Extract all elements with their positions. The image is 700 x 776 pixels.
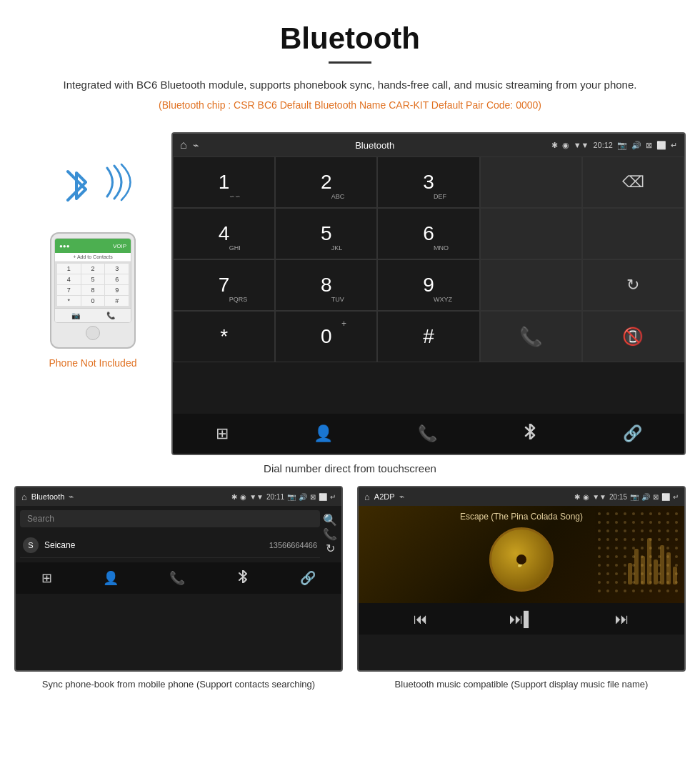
pb-grid-icon[interactable]: ⊞ (41, 570, 52, 586)
bluetooth-large-icon (61, 164, 93, 210)
music-item: ⌂ A2DP ⌁ ✱ ◉ ▼▼ 20:15 📷 🔊 ⊠ ⬜ ↵ (357, 486, 686, 697)
phone-key-2: 2 (81, 264, 105, 274)
status-bar-center-label: Bluetooth (355, 140, 394, 151)
dial-key-1[interactable]: 1 ∽∽ (173, 156, 275, 208)
music-center-area: ♪ (489, 527, 554, 597)
dial-bt-icon[interactable] (522, 424, 538, 444)
phonebook-status-left: ⌂ Bluetooth ⌁ (21, 492, 74, 502)
vinyl-center (516, 554, 526, 564)
signal-waves-icon (100, 157, 136, 207)
phone-device-mockup: ●●● VOIP + Add to Contacts 1 2 3 4 5 6 7… (50, 232, 136, 349)
dial-link-icon[interactable]: 🔗 (623, 424, 642, 443)
contact-number: 13566664466 (269, 541, 317, 549)
phone-key-hash: # (105, 296, 129, 306)
music-app-title: A2DP (374, 492, 395, 501)
music-playpause-icon[interactable]: ⏭▌ (509, 611, 534, 627)
dial-cell-empty-2 (480, 208, 582, 259)
music-loc-icon: ◉ (583, 493, 589, 501)
dial-key-hash[interactable]: # (377, 311, 479, 362)
phone-key-5: 5 (81, 274, 105, 284)
phone-key-6: 6 (105, 274, 129, 284)
camera-status-icon: 📷 (617, 141, 627, 150)
car-screen-main: ⌂ ⌁ Bluetooth ✱ ◉ ▼▼ 20:12 📷 🔊 ⊠ ⬜ ↵ 1 ∽… (171, 132, 686, 455)
search-placeholder: Search (27, 514, 54, 524)
phonebook-status-bar: ⌂ Bluetooth ⌁ ✱ ◉ ▼▼ 20:11 📷 🔊 ⊠ ⬜ ↵ (16, 487, 341, 506)
header-section: Bluetooth Integrated with BC6 Bluetooth … (0, 0, 700, 125)
phonebook-body: Search S Seicane 13566664466 🔍 📞 ↻ (16, 506, 341, 562)
dial-key-4-sub: GHI (229, 244, 241, 252)
dial-key-6[interactable]: 6 MNO (377, 208, 479, 259)
pb-search-side-icon[interactable]: 🔍 (323, 513, 337, 527)
bottom-row: ⌂ Bluetooth ⌁ ✱ ◉ ▼▼ 20:11 📷 🔊 ⊠ ⬜ ↵ (0, 486, 700, 712)
pb-user-icon[interactable]: 👤 (103, 570, 119, 586)
orange-info-text: (Bluetooth chip : CSR BC6 Default Blueto… (43, 99, 657, 111)
phone-keypad: 1 2 3 4 5 6 7 8 9 * 0 # (55, 262, 131, 308)
pb-phone-icon[interactable]: 📞 (169, 570, 185, 586)
pb-link-icon[interactable]: 🔗 (300, 570, 316, 586)
bt-status-icon: ✱ (551, 141, 558, 150)
phone-not-included-label: Phone Not Included (49, 357, 137, 369)
music-status-bar: ⌂ A2DP ⌁ ✱ ◉ ▼▼ 20:15 📷 🔊 ⊠ ⬜ ↵ (359, 487, 684, 506)
eq-bar-3 (641, 556, 645, 585)
pb-refresh-side-icon[interactable]: ↻ (326, 542, 335, 555)
music-controls: ⏮ ⏭▌ ⏭ (359, 603, 684, 635)
phone-screen: ●●● VOIP + Add to Contacts 1 2 3 4 5 6 7… (54, 238, 131, 323)
phone-call-icon: 📞 (106, 312, 115, 319)
dial-key-5[interactable]: 5 JKL (275, 208, 377, 259)
phone-key-3: 3 (105, 264, 129, 274)
music-prev-icon[interactable]: ⏮ (414, 611, 428, 627)
caption-phonebook-text: Sync phone-book from mobile phone (Suppo… (42, 679, 315, 690)
refresh-icon: ↻ (626, 276, 639, 294)
page-title: Bluetooth (43, 21, 657, 56)
pb-home-icon[interactable]: ⌂ (21, 492, 27, 502)
phone-bottom-icons: 📷 📞 (55, 308, 131, 322)
phone-topbar-label: VOIP (113, 243, 126, 249)
dial-key-2[interactable]: 2 ABC (275, 156, 377, 208)
music-screen: ⌂ A2DP ⌁ ✱ ◉ ▼▼ 20:15 📷 🔊 ⊠ ⬜ ↵ (357, 486, 686, 672)
music-body: Escape (The Pina Colada Song) ♪ (359, 506, 684, 603)
dial-key-9[interactable]: 9 WXYZ (377, 259, 479, 311)
pb-usb-icon: ⌁ (69, 492, 74, 502)
subtitle-text: Integrated with BC6 Bluetooth module, su… (43, 76, 657, 94)
dial-grid-icon[interactable]: ⊞ (216, 424, 229, 443)
pb-time: 20:11 (266, 493, 284, 501)
music-home-icon[interactable]: ⌂ (364, 492, 370, 502)
pb-bt-bottom-icon[interactable] (236, 570, 249, 587)
dial-contacts-icon[interactable]: 👤 (314, 424, 333, 443)
dial-key-8[interactable]: 8 TUV (275, 259, 377, 311)
car-home-icon[interactable]: ⌂ (180, 139, 187, 151)
music-next-icon[interactable]: ⏭ (615, 611, 629, 627)
dial-cell-call-green[interactable]: 📞 (480, 311, 582, 362)
dial-bottom-bar: ⊞ 👤 📞 🔗 (173, 414, 684, 454)
dial-key-7[interactable]: 7 PQRS (173, 259, 275, 311)
dial-key-star[interactable]: * (173, 311, 275, 362)
dial-cell-call-red[interactable]: 📵 (582, 311, 684, 362)
dial-key-3[interactable]: 3 DEF (377, 156, 479, 208)
dial-phone-icon[interactable]: 📞 (418, 424, 437, 443)
dial-cell-backspace[interactable]: ⌫ (582, 156, 684, 208)
window-status-icon: ⬜ (656, 141, 666, 150)
pb-title: Bluetooth (31, 492, 64, 501)
pb-call-side-icon[interactable]: 📞 (323, 527, 337, 541)
eq-bar-1 (628, 563, 632, 585)
dial-cell-refresh[interactable]: ↻ (582, 259, 684, 311)
dial-cell-empty-4 (480, 259, 582, 311)
dial-key-0[interactable]: 0 + (275, 311, 377, 362)
music-bt-icon: ✱ (574, 493, 580, 501)
dial-key-1-sub: ∽∽ (229, 193, 241, 200)
phone-home-button (86, 326, 100, 340)
contact-row[interactable]: S Seicane 13566664466 (20, 533, 320, 558)
dial-key-4[interactable]: 4 GHI (173, 208, 275, 259)
phone-illustration: ●●● VOIP + Add to Contacts 1 2 3 4 5 6 7… (14, 125, 171, 369)
eq-bar-2 (634, 549, 639, 585)
search-bar[interactable]: Search (20, 510, 320, 527)
music-signal-icon: ▼▼ (592, 493, 606, 501)
pb-cam-icon: 📷 (287, 493, 296, 501)
dial-key-2-sub: ABC (331, 193, 345, 200)
car-usb-icon: ⌁ (193, 139, 199, 151)
phonebook-side-icons: 🔍 📞 ↻ (323, 510, 337, 558)
eq-bar-5 (654, 559, 658, 585)
music-back-icon: ↵ (673, 493, 679, 501)
music-status-right: ✱ ◉ ▼▼ 20:15 📷 🔊 ⊠ ⬜ ↵ (574, 493, 679, 501)
dial-cell-empty-3 (582, 208, 684, 259)
